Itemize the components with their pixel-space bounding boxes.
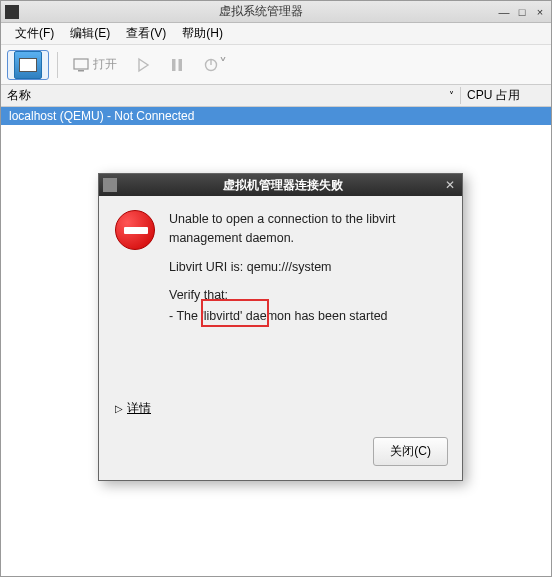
menu-help[interactable]: 帮助(H) [174, 23, 231, 44]
new-vm-button[interactable] [7, 50, 49, 80]
dialog-app-icon [103, 178, 117, 192]
column-cpu[interactable]: CPU 占用 [461, 87, 551, 104]
column-name[interactable]: 名称 ˅ [1, 87, 461, 104]
dialog-close-button[interactable]: ✕ [442, 177, 458, 193]
menu-view[interactable]: 查看(V) [118, 23, 174, 44]
dialog-title: 虚拟机管理器连接失败 [123, 177, 442, 194]
dialog-message: Unable to open a connection to the libvi… [169, 210, 446, 336]
toolbar-separator [57, 52, 58, 78]
open-button[interactable]: 打开 [66, 50, 124, 80]
svg-rect-2 [172, 59, 176, 71]
column-name-label: 名称 [7, 87, 31, 104]
monitor-icon [14, 51, 42, 79]
dialog-close-btn[interactable]: 关闭(C) [373, 437, 448, 466]
menu-file[interactable]: 文件(F) [7, 23, 62, 44]
dialog-details-row: ▷ 详情 [99, 394, 462, 427]
pause-icon [169, 57, 185, 73]
minimize-button[interactable]: — [497, 5, 511, 19]
error-dialog: 虚拟机管理器连接失败 ✕ Unable to open a connection… [98, 173, 463, 481]
svg-rect-1 [78, 70, 84, 72]
toolbar: 打开 ˅ [1, 45, 551, 85]
window-title: 虚拟系统管理器 [25, 3, 497, 20]
column-headers: 名称 ˅ CPU 占用 [1, 85, 551, 107]
dialog-titlebar: 虚拟机管理器连接失败 ✕ [99, 174, 462, 196]
details-button[interactable]: 详情 [127, 400, 151, 417]
run-button[interactable] [128, 50, 158, 80]
svg-rect-0 [74, 59, 88, 69]
monitor-outline-icon [73, 57, 89, 73]
dialog-msg-line4: - The 'libvirtd' daemon has been started [169, 307, 446, 326]
sort-indicator-icon: ˅ [449, 90, 454, 101]
list-item-label: localhost (QEMU) - Not Connected [9, 109, 194, 123]
power-icon [203, 57, 219, 73]
open-label: 打开 [93, 56, 117, 73]
error-icon [115, 210, 157, 252]
pause-button[interactable] [162, 50, 192, 80]
maximize-button[interactable]: □ [515, 5, 529, 19]
app-icon [5, 5, 19, 19]
window-titlebar: 虚拟系统管理器 — □ × [1, 1, 551, 23]
play-icon [135, 57, 151, 73]
window-controls: — □ × [497, 5, 547, 19]
dialog-msg-line3: Verify that: [169, 286, 446, 305]
svg-rect-3 [179, 59, 183, 71]
list-item[interactable]: localhost (QEMU) - Not Connected [1, 107, 551, 125]
dialog-body: Unable to open a connection to the libvi… [99, 196, 462, 344]
close-button[interactable]: × [533, 5, 547, 19]
dialog-footer: 关闭(C) [99, 427, 462, 480]
expander-icon[interactable]: ▷ [115, 403, 123, 414]
chevron-down-icon: ˅ [219, 55, 233, 74]
shutdown-button[interactable]: ˅ [196, 50, 240, 80]
column-cpu-label: CPU 占用 [467, 88, 520, 102]
menu-edit[interactable]: 编辑(E) [62, 23, 118, 44]
menubar: 文件(F) 编辑(E) 查看(V) 帮助(H) [1, 23, 551, 45]
dialog-msg-line1: Unable to open a connection to the libvi… [169, 210, 446, 248]
dialog-msg-line2: Libvirt URI is: qemu:///system [169, 258, 446, 277]
